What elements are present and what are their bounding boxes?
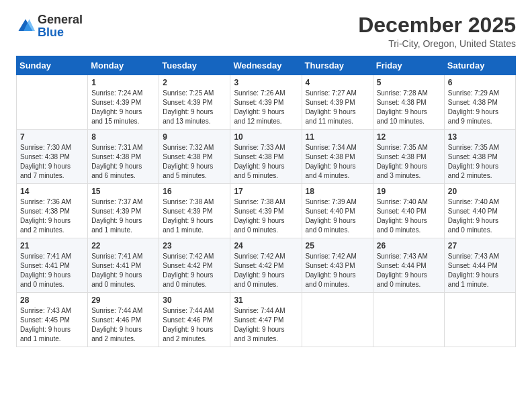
day-number: 4 xyxy=(306,78,369,87)
day-number: 16 xyxy=(163,187,226,196)
day-info: Sunrise: 7:43 AMSunset: 4:44 PMDaylight:… xyxy=(377,252,441,289)
day-info: Sunrise: 7:26 AMSunset: 4:39 PMDaylight:… xyxy=(234,89,298,126)
calendar-cell: 21Sunrise: 7:41 AMSunset: 4:41 PMDayligh… xyxy=(17,238,88,293)
header-wednesday: Wednesday xyxy=(230,56,302,75)
calendar-cell: 13Sunrise: 7:35 AMSunset: 4:38 PMDayligh… xyxy=(444,130,515,184)
day-number: 22 xyxy=(91,241,155,250)
calendar-cell: 1Sunrise: 7:24 AMSunset: 4:39 PMDaylight… xyxy=(88,75,159,130)
day-info: Sunrise: 7:30 AMSunset: 4:38 PMDaylight:… xyxy=(20,143,84,181)
day-info: Sunrise: 7:28 AMSunset: 4:38 PMDaylight:… xyxy=(377,89,441,126)
day-number: 7 xyxy=(20,132,84,142)
calendar-week-2: 7Sunrise: 7:30 AMSunset: 4:38 PMDaylight… xyxy=(17,130,516,184)
calendar-cell: 3Sunrise: 7:26 AMSunset: 4:39 PMDaylight… xyxy=(230,75,302,130)
month-title: December 2025 xyxy=(358,13,516,37)
logo: General Blue xyxy=(16,13,83,39)
day-info: Sunrise: 7:42 AMSunset: 4:42 PMDaylight:… xyxy=(163,252,226,289)
calendar-week-5: 28Sunrise: 7:43 AMSunset: 4:45 PMDayligh… xyxy=(17,293,516,347)
day-number: 21 xyxy=(20,241,84,250)
calendar-cell: 28Sunrise: 7:43 AMSunset: 4:45 PMDayligh… xyxy=(17,293,88,347)
day-number: 24 xyxy=(234,241,298,250)
day-info: Sunrise: 7:36 AMSunset: 4:38 PMDaylight:… xyxy=(20,197,84,235)
calendar-table: SundayMondayTuesdayWednesdayThursdayFrid… xyxy=(16,56,516,347)
day-number: 27 xyxy=(448,241,512,250)
calendar-cell: 6Sunrise: 7:29 AMSunset: 4:38 PMDaylight… xyxy=(444,75,515,130)
calendar-cell: 2Sunrise: 7:25 AMSunset: 4:39 PMDaylight… xyxy=(159,75,230,130)
calendar-cell xyxy=(17,75,88,130)
calendar-cell xyxy=(444,293,515,347)
calendar-cell: 4Sunrise: 7:27 AMSunset: 4:39 PMDaylight… xyxy=(302,75,373,130)
calendar-cell: 15Sunrise: 7:37 AMSunset: 4:39 PMDayligh… xyxy=(88,184,159,238)
day-info: Sunrise: 7:31 AMSunset: 4:38 PMDaylight:… xyxy=(91,143,155,181)
logo-icon xyxy=(16,17,35,36)
day-info: Sunrise: 7:41 AMSunset: 4:41 PMDaylight:… xyxy=(20,252,84,289)
day-number: 26 xyxy=(377,241,441,250)
day-info: Sunrise: 7:35 AMSunset: 4:38 PMDaylight:… xyxy=(377,143,441,181)
title-section: December 2025 Tri-City, Oregon, United S… xyxy=(358,13,516,49)
day-number: 13 xyxy=(448,132,512,142)
calendar-cell: 12Sunrise: 7:35 AMSunset: 4:38 PMDayligh… xyxy=(373,130,444,184)
day-info: Sunrise: 7:25 AMSunset: 4:39 PMDaylight:… xyxy=(163,89,226,126)
location-subtitle: Tri-City, Oregon, United States xyxy=(358,38,516,49)
day-info: Sunrise: 7:39 AMSunset: 4:40 PMDaylight:… xyxy=(306,197,369,235)
day-info: Sunrise: 7:35 AMSunset: 4:38 PMDaylight:… xyxy=(448,143,512,181)
day-number: 8 xyxy=(91,132,155,142)
calendar-cell: 14Sunrise: 7:36 AMSunset: 4:38 PMDayligh… xyxy=(17,184,88,238)
page-header: General Blue December 2025 Tri-City, Ore… xyxy=(16,13,516,49)
calendar-week-4: 21Sunrise: 7:41 AMSunset: 4:41 PMDayligh… xyxy=(17,238,516,293)
day-number: 17 xyxy=(234,187,298,196)
calendar-cell: 20Sunrise: 7:40 AMSunset: 4:40 PMDayligh… xyxy=(444,184,515,238)
calendar-week-3: 14Sunrise: 7:36 AMSunset: 4:38 PMDayligh… xyxy=(17,184,516,238)
calendar-cell: 30Sunrise: 7:44 AMSunset: 4:46 PMDayligh… xyxy=(159,293,230,347)
calendar-cell xyxy=(302,293,373,347)
day-number: 6 xyxy=(448,78,512,87)
day-number: 5 xyxy=(377,78,441,87)
calendar-cell: 11Sunrise: 7:34 AMSunset: 4:38 PMDayligh… xyxy=(302,130,373,184)
calendar-cell: 9Sunrise: 7:32 AMSunset: 4:38 PMDaylight… xyxy=(159,130,230,184)
day-info: Sunrise: 7:27 AMSunset: 4:39 PMDaylight:… xyxy=(306,89,369,126)
day-number: 10 xyxy=(234,132,298,142)
header-sunday: Sunday xyxy=(17,56,88,75)
day-info: Sunrise: 7:40 AMSunset: 4:40 PMDaylight:… xyxy=(377,197,441,235)
day-number: 23 xyxy=(163,241,226,250)
calendar-cell: 19Sunrise: 7:40 AMSunset: 4:40 PMDayligh… xyxy=(373,184,444,238)
day-number: 12 xyxy=(377,132,441,142)
calendar-header-row: SundayMondayTuesdayWednesdayThursdayFrid… xyxy=(17,56,516,75)
day-info: Sunrise: 7:44 AMSunset: 4:47 PMDaylight:… xyxy=(234,306,298,344)
day-number: 11 xyxy=(306,132,369,142)
header-thursday: Thursday xyxy=(302,56,373,75)
day-number: 25 xyxy=(306,241,369,250)
day-number: 1 xyxy=(91,78,155,87)
day-info: Sunrise: 7:43 AMSunset: 4:45 PMDaylight:… xyxy=(20,306,84,344)
calendar-cell: 27Sunrise: 7:43 AMSunset: 4:44 PMDayligh… xyxy=(444,238,515,293)
day-info: Sunrise: 7:33 AMSunset: 4:38 PMDaylight:… xyxy=(234,143,298,181)
day-number: 2 xyxy=(163,78,226,87)
logo-general: General Blue xyxy=(38,13,83,39)
day-info: Sunrise: 7:43 AMSunset: 4:44 PMDaylight:… xyxy=(448,252,512,289)
day-info: Sunrise: 7:38 AMSunset: 4:39 PMDaylight:… xyxy=(234,197,298,235)
calendar-cell: 31Sunrise: 7:44 AMSunset: 4:47 PMDayligh… xyxy=(230,293,302,347)
header-monday: Monday xyxy=(88,56,159,75)
calendar-cell: 29Sunrise: 7:44 AMSunset: 4:46 PMDayligh… xyxy=(88,293,159,347)
calendar-cell: 7Sunrise: 7:30 AMSunset: 4:38 PMDaylight… xyxy=(17,130,88,184)
day-number: 28 xyxy=(20,295,84,305)
calendar-cell: 23Sunrise: 7:42 AMSunset: 4:42 PMDayligh… xyxy=(159,238,230,293)
day-number: 29 xyxy=(91,295,155,305)
day-number: 3 xyxy=(234,78,298,87)
calendar-week-1: 1Sunrise: 7:24 AMSunset: 4:39 PMDaylight… xyxy=(17,75,516,130)
calendar-cell: 26Sunrise: 7:43 AMSunset: 4:44 PMDayligh… xyxy=(373,238,444,293)
day-info: Sunrise: 7:37 AMSunset: 4:39 PMDaylight:… xyxy=(91,197,155,235)
header-friday: Friday xyxy=(373,56,444,75)
day-number: 19 xyxy=(377,187,441,196)
calendar-cell: 16Sunrise: 7:38 AMSunset: 4:39 PMDayligh… xyxy=(159,184,230,238)
day-info: Sunrise: 7:40 AMSunset: 4:40 PMDaylight:… xyxy=(448,197,512,235)
calendar-cell: 10Sunrise: 7:33 AMSunset: 4:38 PMDayligh… xyxy=(230,130,302,184)
day-info: Sunrise: 7:41 AMSunset: 4:41 PMDaylight:… xyxy=(91,252,155,289)
day-number: 20 xyxy=(448,187,512,196)
day-info: Sunrise: 7:24 AMSunset: 4:39 PMDaylight:… xyxy=(91,89,155,126)
header-tuesday: Tuesday xyxy=(159,56,230,75)
day-info: Sunrise: 7:34 AMSunset: 4:38 PMDaylight:… xyxy=(306,143,369,181)
day-info: Sunrise: 7:42 AMSunset: 4:42 PMDaylight:… xyxy=(234,252,298,289)
calendar-cell: 18Sunrise: 7:39 AMSunset: 4:40 PMDayligh… xyxy=(302,184,373,238)
calendar-cell: 5Sunrise: 7:28 AMSunset: 4:38 PMDaylight… xyxy=(373,75,444,130)
day-info: Sunrise: 7:38 AMSunset: 4:39 PMDaylight:… xyxy=(163,197,226,235)
